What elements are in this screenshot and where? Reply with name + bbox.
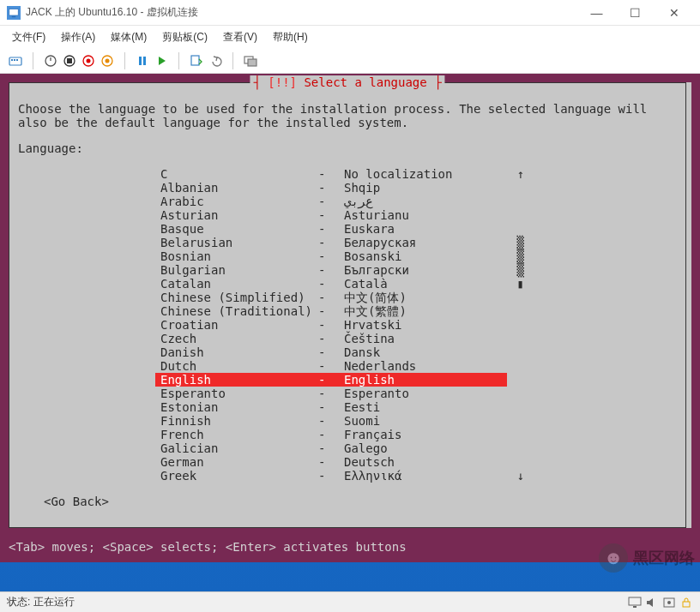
field-label: Language:: [18, 141, 677, 155]
hint-bar: <Tab> moves; <Space> selects; <Enter> ac…: [0, 537, 700, 562]
menu-media[interactable]: 媒体(M): [104, 28, 154, 46]
language-option[interactable]: Asturian - Asturianu: [155, 208, 507, 222]
menu-file[interactable]: 文件(F): [5, 28, 52, 46]
turnoff-icon[interactable]: [61, 52, 78, 69]
scrollbar[interactable]: ↑▒▒▒▮↓: [507, 167, 524, 483]
lock-icon: [679, 597, 693, 609]
app-icon: [7, 6, 21, 20]
language-option[interactable]: Finnish - Suomi: [155, 414, 507, 428]
revert-icon[interactable]: [207, 52, 224, 69]
save-icon[interactable]: [99, 52, 116, 69]
language-option[interactable]: English - English: [155, 373, 507, 387]
language-option[interactable]: C - No localization: [155, 167, 507, 181]
svg-rect-0: [9, 9, 19, 15]
status-label: 状态:: [7, 595, 30, 609]
language-option[interactable]: Belarusian - Беларуская: [155, 236, 507, 249]
language-option[interactable]: Bulgarian - Български: [155, 263, 507, 277]
language-option[interactable]: Greek - Ελληνικά: [155, 469, 507, 483]
svg-point-12: [106, 58, 110, 63]
vm-window: JACK 上的 Ubuntu16.10 - 虚拟机连接 — ☐ ✕ 文件(F) …: [0, 0, 700, 612]
language-option[interactable]: Arabic - ﻉﺮﺑﻱ: [155, 195, 507, 208]
language-option[interactable]: Croatian - Hrvatski: [155, 318, 507, 332]
enhanced-session-icon[interactable]: [242, 52, 259, 69]
statusbar: 状态: 正在运行: [0, 591, 700, 612]
disk-icon: [662, 597, 676, 609]
language-option[interactable]: Galician - Galego: [155, 441, 507, 455]
menu-view[interactable]: 查看(V): [216, 28, 264, 46]
svg-point-10: [87, 58, 91, 63]
menu-clipboard[interactable]: 剪贴板(C): [155, 28, 214, 46]
language-option[interactable]: Basque - Euskara: [155, 222, 507, 236]
svg-rect-4: [14, 59, 15, 61]
ctrl-alt-del-icon[interactable]: [7, 52, 24, 69]
svg-rect-8: [67, 58, 72, 63]
language-option[interactable]: Danish - Dansk: [155, 345, 507, 359]
shutdown-icon[interactable]: [80, 52, 97, 69]
language-option[interactable]: Chinese (Simplified) - 中文(简体): [155, 291, 507, 304]
reset-icon[interactable]: [153, 52, 170, 69]
language-option[interactable]: Albanian - Shqip: [155, 181, 507, 195]
menu-action[interactable]: 操作(A): [54, 28, 102, 46]
titlebar: JACK 上的 Ubuntu16.10 - 虚拟机连接 — ☐ ✕: [0, 0, 700, 26]
language-option[interactable]: Czech - Čeština: [155, 332, 507, 345]
language-option[interactable]: German - Deutsch: [155, 455, 507, 469]
svg-rect-2: [9, 57, 21, 65]
sound-icon: [645, 597, 659, 609]
dialog-description: Choose the language to be used for the i…: [18, 102, 677, 129]
menu-help[interactable]: 帮助(H): [266, 28, 315, 46]
dialog-title: ┤ [!!] Select a language ├: [250, 75, 444, 89]
language-option[interactable]: French - Français: [155, 428, 507, 441]
go-back-button[interactable]: <Go Back>: [44, 495, 677, 508]
status-icons: [628, 597, 693, 609]
svg-rect-5: [16, 59, 18, 61]
dialog-box: ┤ [!!] Select a language ├ Choose the la…: [9, 82, 686, 528]
svg-rect-1: [12, 15, 16, 17]
language-list[interactable]: C - No localizationAlbanian - ShqipArabi…: [155, 167, 507, 483]
language-option[interactable]: Esperanto - Esperanto: [155, 387, 507, 400]
language-option[interactable]: Estonian - Eesti: [155, 400, 507, 414]
svg-point-21: [667, 601, 671, 604]
start-icon[interactable]: [42, 52, 59, 69]
maximize-button[interactable]: ☐: [616, 0, 655, 26]
language-option[interactable]: Bosnian - Bosanski: [155, 249, 507, 263]
installer-screen: ┤ [!!] Select a language ├ Choose the la…: [0, 74, 700, 562]
window-title: JACK 上的 Ubuntu16.10 - 虚拟机连接: [26, 5, 198, 20]
toolbar: [0, 48, 700, 74]
svg-rect-18: [629, 597, 641, 605]
checkpoint-icon[interactable]: [188, 52, 205, 69]
svg-rect-15: [191, 56, 199, 65]
svg-rect-3: [11, 59, 13, 61]
minimize-button[interactable]: —: [577, 0, 616, 26]
network-icon: [628, 597, 642, 609]
language-option[interactable]: Chinese (Traditional) - 中文(繁體): [155, 304, 507, 318]
language-option[interactable]: Dutch - Nederlands: [155, 359, 507, 373]
menubar: 文件(F) 操作(A) 媒体(M) 剪贴板(C) 查看(V) 帮助(H): [0, 26, 700, 48]
watermark: ☻ 黑区网络: [599, 543, 695, 573]
svg-rect-17: [248, 59, 256, 66]
svg-rect-14: [143, 57, 146, 65]
svg-rect-19: [633, 606, 637, 608]
status-value: 正在运行: [33, 595, 75, 609]
svg-rect-13: [139, 57, 142, 65]
svg-rect-22: [683, 602, 690, 607]
language-option[interactable]: Catalan - Català: [155, 277, 507, 291]
pause-icon[interactable]: [134, 52, 151, 69]
vm-viewport[interactable]: ┤ [!!] Select a language ├ Choose the la…: [0, 74, 700, 591]
close-button[interactable]: ✕: [655, 0, 693, 26]
